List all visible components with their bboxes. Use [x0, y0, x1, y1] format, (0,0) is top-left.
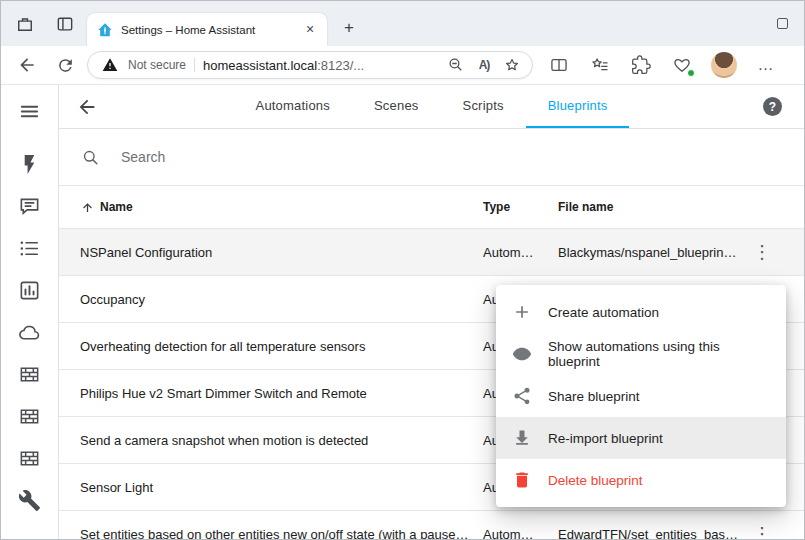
chart-icon — [18, 279, 41, 302]
table-row[interactable]: Set entities based on other entities new… — [59, 511, 804, 539]
browser-tab[interactable]: Settings – Home Assistant × — [87, 13, 327, 46]
sidebar-item-history[interactable] — [1, 269, 59, 311]
sidebar-item-developer-tools[interactable] — [1, 479, 59, 521]
browser-essentials-icon[interactable] — [670, 53, 694, 77]
tab-title: Settings – Home Assistant — [121, 24, 293, 36]
help-icon[interactable]: ? — [763, 97, 782, 116]
tab-close-icon[interactable]: × — [301, 21, 319, 39]
sidebar-menu-button[interactable] — [1, 93, 59, 129]
read-aloud-icon[interactable]: A) — [474, 55, 494, 75]
forum-icon — [18, 195, 41, 218]
browser-toolbar: Not secure homeassistant.local:8123/... … — [1, 46, 804, 85]
sidebar-item-todo[interactable] — [1, 227, 59, 269]
column-type[interactable]: Type — [483, 200, 558, 214]
workspaces-icon[interactable] — [13, 12, 37, 36]
back-icon[interactable] — [15, 53, 39, 77]
address-divider — [194, 58, 195, 72]
share-icon — [512, 386, 532, 406]
menu-item-delete-blueprint[interactable]: Delete blueprint — [496, 459, 786, 501]
table-row[interactable]: NSPanel Configuration Autom… Blackymas/n… — [59, 229, 804, 276]
sidebar-item-energy[interactable] — [1, 143, 59, 185]
menu-item-share-blueprint[interactable]: Share blueprint — [496, 375, 786, 417]
tab-automations[interactable]: Automations — [234, 85, 352, 128]
essentials-status-dot — [687, 69, 695, 77]
menu-item-create-automation[interactable]: Create automation — [496, 291, 786, 333]
row-overflow-menu-icon[interactable]: ⋮ — [742, 525, 782, 539]
sidebar-item-cloud[interactable] — [1, 311, 59, 353]
favorites-icon[interactable] — [588, 53, 612, 77]
browser-window: Settings – Home Assistant × + Not secure… — [0, 0, 805, 540]
ha-page-header: Automations Scenes Scripts Blueprints ? — [59, 85, 804, 129]
profile-avatar[interactable] — [711, 52, 737, 78]
tab-layout-icon[interactable] — [53, 12, 77, 36]
not-secure-warning-icon[interactable] — [100, 55, 120, 75]
address-bar[interactable]: Not secure homeassistant.local:8123/... … — [87, 51, 533, 79]
sidebar-item-dashboard-3[interactable] — [1, 437, 59, 479]
wall-icon — [18, 447, 41, 470]
column-file-name[interactable]: File name — [558, 200, 742, 214]
refresh-icon[interactable] — [53, 53, 77, 77]
download-icon — [512, 428, 532, 448]
favorite-star-icon[interactable] — [502, 55, 522, 75]
cloud-icon — [18, 321, 41, 344]
row-overflow-menu-icon[interactable]: ⋮ — [742, 243, 782, 261]
search-bar[interactable] — [59, 129, 804, 186]
sort-ascending-icon — [80, 200, 95, 215]
browser-menu-icon[interactable]: … — [754, 53, 778, 77]
tab-scenes[interactable]: Scenes — [352, 85, 441, 128]
flash-icon — [18, 153, 41, 176]
extensions-puzzle-icon[interactable] — [629, 53, 653, 77]
sidebar-item-dashboard-1[interactable] — [1, 353, 59, 395]
tab-scripts[interactable]: Scripts — [441, 85, 526, 128]
browser-titlebar: Settings – Home Assistant × + — [1, 1, 804, 46]
tab-blueprints[interactable]: Blueprints — [526, 85, 630, 128]
menu-item-reimport-blueprint[interactable]: Re-import blueprint — [496, 417, 786, 459]
url-host: homeassistant.local — [203, 58, 317, 73]
zoom-out-icon[interactable] — [446, 55, 466, 75]
table-header: Name Type File name — [59, 186, 804, 229]
wrench-icon — [18, 489, 41, 512]
wall-icon — [18, 363, 41, 386]
eye-icon — [512, 344, 532, 364]
search-input[interactable] — [121, 149, 421, 165]
menu-item-show-automations[interactable]: Show automations using this blueprint — [496, 333, 786, 375]
wall-icon — [18, 405, 41, 428]
home-assistant-favicon — [97, 22, 113, 38]
ha-sidebar — [1, 85, 59, 539]
security-label: Not secure — [128, 58, 186, 72]
page-back-icon[interactable] — [75, 95, 99, 119]
split-screen-icon[interactable] — [547, 53, 571, 77]
sidebar-item-logbook[interactable] — [1, 185, 59, 227]
plus-icon — [512, 302, 532, 322]
column-name[interactable]: Name — [80, 200, 483, 215]
list-icon — [18, 237, 41, 260]
ha-tab-bar: Automations Scenes Scripts Blueprints — [234, 85, 630, 128]
url-text[interactable]: homeassistant.local:8123/... — [203, 58, 438, 73]
new-tab-button[interactable]: + — [335, 14, 363, 42]
maximize-button[interactable] — [777, 18, 788, 29]
search-icon — [81, 148, 100, 167]
url-path: :8123/... — [317, 58, 364, 73]
delete-icon — [512, 470, 532, 490]
blueprint-context-menu: Create automation Show automations using… — [496, 285, 786, 507]
sidebar-item-dashboard-2[interactable] — [1, 395, 59, 437]
